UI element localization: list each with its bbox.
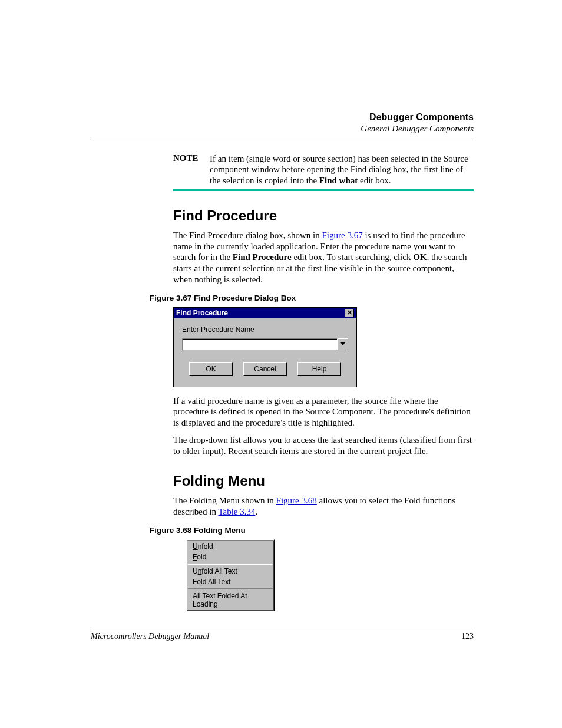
menu-item-fold[interactable]: Fold: [187, 552, 274, 562]
menu-item-fold-all[interactable]: Fold All Text: [187, 577, 274, 587]
find-procedure-paragraph-3: The drop-down list allows you to access …: [173, 434, 474, 457]
figure-caption-3-67: Figure 3.67 Find Procedure Dialog Box: [150, 294, 474, 302]
procedure-name-input[interactable]: [182, 338, 338, 350]
figure-caption-3-68: Figure 3.68 Folding Menu: [150, 526, 474, 535]
section-heading-find-procedure: Find Procedure: [173, 207, 474, 224]
page-number: 123: [461, 632, 474, 641]
note-text: If an item (single word or source sectio…: [210, 153, 474, 186]
menu-item-unfold-all[interactable]: Unfold All Text: [187, 566, 274, 577]
section-heading-folding-menu: Folding Menu: [173, 473, 474, 489]
menu-item-unfold[interactable]: Unfold: [187, 541, 274, 552]
footer-rule: [91, 628, 474, 628]
link-figure-3-68[interactable]: Figure 3.68: [276, 496, 317, 505]
find-procedure-dialog: Find Procedure ✕ Enter Procedure Name OK…: [173, 307, 357, 387]
cancel-button[interactable]: Cancel: [243, 362, 287, 376]
header-subtitle: General Debugger Components: [91, 124, 474, 134]
help-button[interactable]: Help: [297, 362, 341, 376]
find-procedure-paragraph-2: If a valid procedure name is given as a …: [173, 396, 474, 429]
menu-separator: [188, 564, 273, 565]
ok-button[interactable]: OK: [189, 362, 233, 376]
footer-title: Microcontrollers Debugger Manual: [91, 632, 209, 641]
dialog-titlebar: Find Procedure ✕: [174, 308, 356, 318]
note-label: NOTE: [173, 153, 210, 163]
link-figure-3-67[interactable]: Figure 3.67: [322, 230, 362, 240]
dialog-prompt-label: Enter Procedure Name: [182, 325, 348, 334]
note-rule: [173, 189, 474, 191]
menu-item-all-folded-loading[interactable]: All Text Folded At Loading: [187, 591, 274, 610]
header-title: Debugger Components: [91, 112, 474, 123]
menu-separator: [188, 588, 273, 589]
header-rule: [91, 139, 474, 139]
dropdown-toggle-icon[interactable]: [338, 338, 348, 350]
link-table-3-34[interactable]: Table 3.34: [218, 507, 255, 516]
close-icon[interactable]: ✕: [345, 309, 354, 317]
folding-context-menu: Unfold Fold Unfold All Text Fold All Tex…: [186, 539, 275, 611]
find-procedure-paragraph-1: The Find Procedure dialog box, shown in …: [173, 230, 474, 285]
dialog-title-text: Find Procedure: [176, 309, 228, 317]
folding-menu-paragraph: The Folding Menu shown in Figure 3.68 al…: [173, 495, 474, 518]
